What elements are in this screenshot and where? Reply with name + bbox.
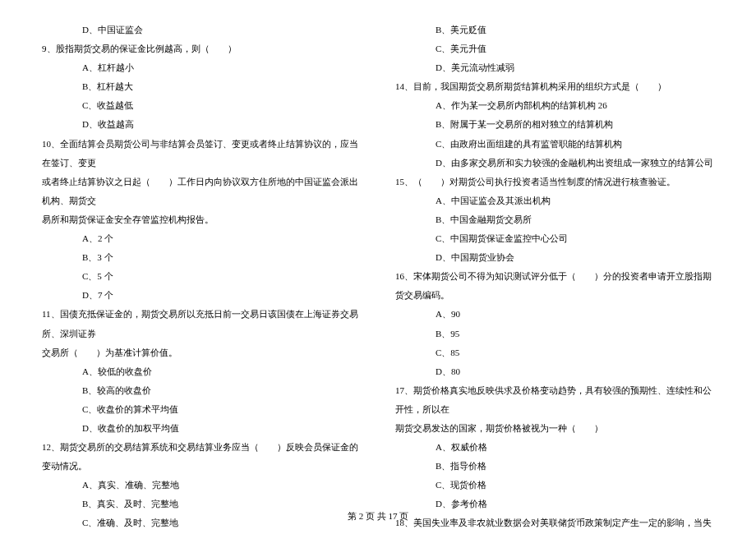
q11-line2: 交易所（ ）为基准计算价值。: [37, 343, 366, 362]
right-column: B、美元贬值 C、美元升值 D、美元流动性减弱 14、目前，我国期货交易所期货结…: [390, 21, 719, 534]
q15-option-c: C、中国期货保证金监控中心公司: [390, 229, 719, 248]
q11-line1: 11、国债充抵保证金的，期货交易所以充抵日前一交易日该国债在上海证券交易所、深圳…: [37, 305, 366, 343]
exam-page: D、中国证监会 9、股指期货交易的保证金比例越高，则（ ） A、杠杆越小 B、杠…: [0, 0, 756, 534]
q11-option-c: C、收盘价的算术平均值: [37, 400, 366, 419]
q11-option-a: A、较低的收盘价: [37, 362, 366, 381]
q10-option-b: B、3 个: [37, 248, 366, 267]
q14-option-d: D、由多家交易所和实力较强的金融机构出资组成一家独立的结算公司: [390, 154, 719, 173]
q15-option-b: B、中国金融期货交易所: [390, 210, 719, 229]
q17-option-a: A、权威价格: [390, 438, 719, 457]
q9-option-a: A、杠杆越小: [37, 58, 366, 77]
q11-option-d: D、收盘价的加权平均值: [37, 419, 366, 438]
q16-option-d: D、80: [390, 362, 719, 381]
q13-option-d: D、美元流动性减弱: [390, 58, 719, 77]
q10-option-a: A、2 个: [37, 229, 366, 248]
q16-option-c: C、85: [390, 343, 719, 362]
q15: 15、（ ）对期货公司执行投资者适当性制度的情况进行核查验证。: [390, 173, 719, 191]
q9-option-c: C、收益越低: [37, 96, 366, 115]
q9: 9、股指期货交易的保证金比例越高，则（ ）: [37, 39, 366, 58]
q12: 12、期货交易所的交易结算系统和交易结算业务应当（ ）反映会员保证金的变动情况。: [37, 438, 366, 476]
q15-option-d: D、中国期货业协会: [390, 248, 719, 267]
q12-option-a: A、真实、准确、完整地: [37, 476, 366, 495]
q14-option-b: B、附属于某一交易所的相对独立的结算机构: [390, 115, 719, 134]
q17-option-c: C、现货价格: [390, 476, 719, 495]
q10-option-c: C、5 个: [37, 267, 366, 286]
q13-option-b: B、美元贬值: [390, 21, 719, 39]
q9-option-d: D、收益越高: [37, 115, 366, 134]
q14-option-c: C、由政府出面组建的具有监管职能的结算机构: [390, 135, 719, 154]
q9-option-b: B、杠杆越大: [37, 77, 366, 96]
q8-option-d: D、中国证监会: [37, 21, 366, 39]
left-column: D、中国证监会 9、股指期货交易的保证金比例越高，则（ ） A、杠杆越小 B、杠…: [37, 21, 366, 534]
q13-option-c: C、美元升值: [390, 39, 719, 58]
q17-option-b: B、指导价格: [390, 457, 719, 476]
q11-option-b: B、较高的收盘价: [37, 381, 366, 400]
q10-option-d: D、7 个: [37, 286, 366, 305]
q15-option-a: A、中国证监会及其派出机构: [390, 191, 719, 210]
q14: 14、目前，我国期货交易所期货结算机构采用的组织方式是（ ）: [390, 77, 719, 96]
q10-line2: 或者终止结算协议之日起（ ）工作日内向协议双方住所地的中国证监会派出机构、期货交: [37, 173, 366, 210]
q17-line2: 期货交易发达的国家，期货价格被视为一种（ ）: [390, 419, 719, 438]
q10-line3: 易所和期货保证金安全存管监控机构报告。: [37, 210, 366, 229]
q14-option-a: A、作为某一交易所内部机构的结算机构 26: [390, 96, 719, 115]
q16-option-a: A、90: [390, 305, 719, 324]
q10-line1: 10、全面结算会员期货公司与非结算会员签订、变更或者终止结算协议的，应当在签订、…: [37, 135, 366, 173]
q16: 16、宋体期货公司不得为知识测试评分低于（ ）分的投资者申请开立股指期货交易编码…: [390, 267, 719, 305]
q16-option-b: B、95: [390, 325, 719, 343]
q17-line1: 17、期货价格真实地反映供求及价格变动趋势，具有较强的预期性、连续性和公开性，所…: [390, 381, 719, 419]
page-footer: 第 2 页 共 17 页: [0, 510, 756, 522]
